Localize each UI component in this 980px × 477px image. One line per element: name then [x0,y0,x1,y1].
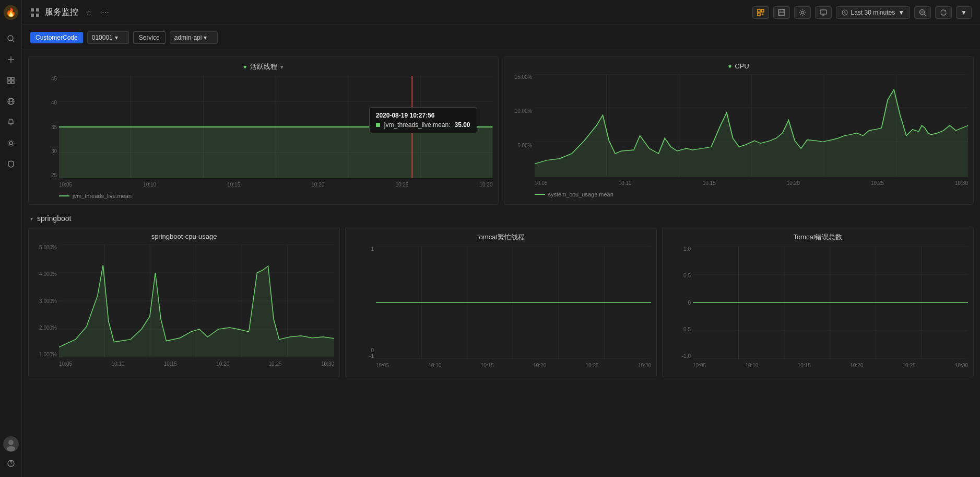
svg-rect-23 [36,8,39,11]
tomcat-threads-title: tomcat繁忙线程 [351,232,651,242]
topbar-left: 服务监控 ☆ ⋯ [30,6,111,19]
sidebar-bell-icon[interactable] [2,113,20,132]
cpu-legend: system_cpu_usage.mean [510,191,969,197]
dashboard-content: ♥ 活跃线程 ▾ 45 40 35 30 25 [22,50,980,477]
customer-code-select[interactable]: 010001 ▾ [87,31,129,44]
save-button[interactable] [773,6,790,19]
section-chevron: ▾ [30,216,33,222]
tooltip-dot [376,123,380,127]
legend-line-cpu [535,194,545,195]
app-logo: 🔥 [3,4,19,21]
cpu-chart: 15.00% 10.00% 5.00% [510,74,969,189]
active-threads-tooltip: 2020-08-19 10:27:56 jvm_threads_live.mea… [369,107,477,133]
save-icon [778,9,785,16]
zoom-out-button[interactable] [914,6,931,19]
sidebar-grid-icon[interactable] [2,71,20,90]
svg-marker-55 [59,127,493,178]
tooltip-time: 2020-08-19 10:27:56 [376,112,470,119]
section-label: springboot [37,214,71,223]
svg-text:+: + [761,12,764,17]
active-threads-title: ♥ 活跃线程 ▾ [34,62,493,72]
active-threads-y-axis: 45 40 35 30 25 [34,76,59,178]
tomcat-errors-x-axis: 10:05 10:10 10:15 10:20 10:25 10:30 [693,359,968,371]
springboot-cpu-y-axis: 5.000% 4.000% 3.000% 2.000% 1.000% [34,245,59,357]
svg-point-16 [8,140,14,146]
cpu-panel: ♥ CPU 15.00% 10.00% 5.00% [504,56,974,205]
service-value: admin-api [174,34,202,41]
sidebar-search-icon[interactable] [2,29,20,48]
sidebar-globe-icon[interactable] [2,92,20,111]
active-threads-chart-area: 2020-08-19 10:27:56 jvm_threads_live.mea… [59,76,493,178]
svg-text:🔥: 🔥 [6,7,16,17]
refresh-icon [940,9,947,16]
svg-rect-26 [758,9,760,12]
tomcat-errors-y-axis: 1.0 0.5 0 -0.5 -1.0 [668,246,693,359]
tomcat-errors-chart: 1.0 0.5 0 -0.5 -1.0 [668,246,968,371]
top-charts-row: ♥ 活跃线程 ▾ 45 40 35 30 25 [28,56,974,205]
sidebar-add-icon[interactable] [2,50,20,69]
monitor-button[interactable] [815,6,832,19]
favorite-icon[interactable]: ☆ [84,6,95,19]
sidebar-shield-icon[interactable] [2,155,20,173]
tomcat-errors-panel: Tomcat错误总数 1.0 0.5 0 -0.5 -1.0 [662,227,974,377]
active-threads-chart: 45 40 35 30 25 [34,76,493,191]
sidebar-help-icon[interactable]: ? [2,454,20,473]
svg-rect-7 [11,77,14,80]
tomcat-threads-y-axis: 1 0 -1 [351,246,376,359]
page-title: 服务监控 [45,7,78,18]
share-icon[interactable]: ⋯ [100,6,111,19]
svg-line-3 [13,40,14,42]
tomcat-threads-x-axis: 10:05 10:10 10:15 10:20 10:25 10:30 [376,359,651,371]
svg-rect-9 [11,81,14,84]
expand-button[interactable]: ▼ [956,6,972,19]
add-panel-icon: + [757,9,764,16]
cpu-title: ♥ CPU [510,62,969,70]
svg-rect-22 [31,8,34,11]
sidebar-user-avatar[interactable] [3,436,19,452]
sidebar-bottom: ? [2,436,20,473]
svg-line-41 [924,14,926,16]
cpu-x-axis: 10:05 10:10 10:15 10:20 10:25 10:30 [535,177,969,189]
settings-icon [799,9,806,16]
time-range-label: Last 30 minutes [851,9,895,16]
active-threads-panel: ♥ 活跃线程 ▾ 45 40 35 30 25 [28,56,499,205]
add-panel-button[interactable]: + [752,6,769,19]
tooltip-value-row: jvm_threads_live.mean: 35.00 [376,121,470,129]
springboot-cpu-chart: 5.000% 4.000% 3.000% 2.000% 1.000% [34,245,334,370]
svg-rect-28 [758,13,760,16]
svg-rect-6 [8,77,10,80]
active-threads-legend: jvm_threads_live.mean [34,193,493,199]
dropdown-chevron[interactable]: ▾ [280,64,284,71]
topbar: 服务监控 ☆ ⋯ + [22,0,980,25]
springboot-cpu-x-axis: 10:05 10:10 10:15 10:20 10:25 10:30 [59,357,334,370]
sidebar: 🔥 [0,0,22,477]
service-select[interactable]: admin-api ▾ [170,31,218,44]
svg-point-33 [801,11,804,14]
time-range-selector[interactable]: Last 30 minutes ▼ [836,6,911,19]
bottom-charts-row: springboot-cpu-usage 5.000% 4.000% 3.000… [28,227,974,377]
svg-point-2 [8,36,13,41]
monitor-icon [820,9,827,16]
active-threads-x-axis: 10:05 10:10 10:15 10:20 10:25 10:30 [59,178,493,191]
tomcat-threads-chart: 1 0 -1 [351,246,651,371]
settings-button[interactable] [794,6,811,19]
service-chevron: ▾ [204,34,207,41]
refresh-button[interactable] [935,6,952,19]
svg-rect-25 [36,14,39,17]
springboot-cpu-title: springboot-cpu-usage [34,232,334,240]
svg-rect-34 [820,10,826,14]
legend-line [59,195,69,196]
zoom-icon [919,9,926,16]
customer-code-label: CustomerCode [30,32,83,43]
cpu-heart-icon: ♥ [728,63,732,69]
customer-code-chevron: ▾ [115,34,118,41]
tomcat-errors-chart-area [693,246,968,359]
svg-point-19 [7,446,15,451]
sidebar-settings-icon[interactable] [2,134,20,153]
tomcat-errors-title: Tomcat错误总数 [668,232,968,242]
svg-rect-24 [31,14,34,17]
topbar-right: + [752,6,972,19]
clock-icon [842,9,848,16]
springboot-section-header[interactable]: ▾ springboot [28,210,974,227]
cpu-chart-area [535,74,969,177]
